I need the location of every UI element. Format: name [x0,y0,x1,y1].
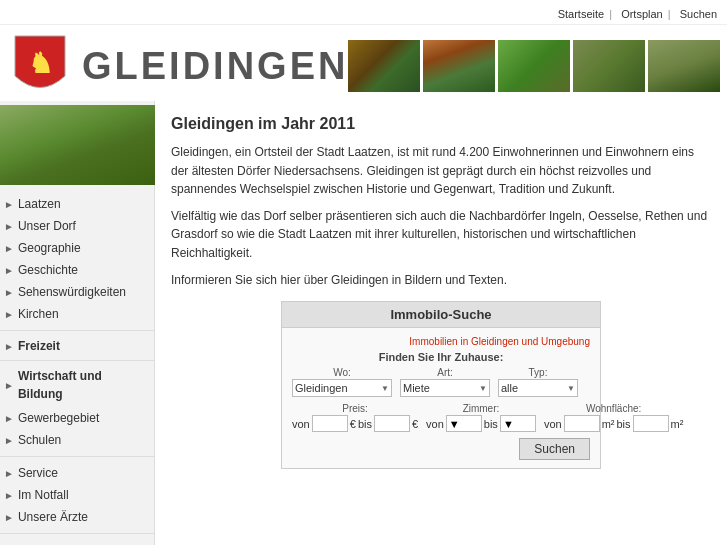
immobilo-wohnflaeche-von-input[interactable] [564,415,600,432]
sidebar-section-bildung: ► Gewerbegebiet ► Schulen [0,405,154,453]
bis-label-3: bis [616,418,630,430]
arrow-icon: ► [4,466,14,481]
immobilo-selects-row: Gleidingen ▼ Miete ▼ alle ▼ [292,379,590,397]
arrow-icon: ► [4,241,14,256]
sidebar-divider-2 [0,360,154,361]
page-title: Gleidingen im Jahr 2011 [171,115,711,133]
sidebar-divider-1 [0,330,154,331]
site-header: ♞ GLEIDINGEN [0,25,727,101]
nav-ortsplan[interactable]: Ortsplan [621,8,663,20]
immobilo-wohnflaeche-range: von m² bis m² [544,415,683,432]
main-content: Gleidingen im Jahr 2011 Gleidingen, ein … [155,101,727,545]
immobilo-typ-value: alle [501,382,565,394]
sidebar-item-kirchen[interactable]: ► Kirchen [0,303,154,325]
header-photo-5 [648,40,720,92]
sidebar-item-sehenswuerdigkeiten[interactable]: ► Sehenswürdigkeiten [0,281,154,303]
immobilo-search-box: Immobilo-Suche Immobilien in Gleidingen … [281,301,601,469]
sidebar-label-geschichte: Geschichte [18,261,78,279]
immobilo-art-label: Art: [400,367,490,378]
immobilo-suchen-row: Suchen [292,438,590,460]
arrow-icon: ► [4,378,14,393]
header-photo-1 [348,40,420,92]
immobilo-preis-group: Preis: von € bis € [292,403,418,432]
immobilo-zimmer-label: Zimmer: [426,403,536,414]
arrow-icon: ► [4,411,14,426]
euro-unit-2: € [412,418,418,430]
arrow-icon: ► [4,339,14,354]
sidebar-item-service[interactable]: ► Service [0,462,154,484]
qm-unit-1: m² [602,418,615,430]
immobilo-range-row: Preis: von € bis € [292,403,590,432]
sidebar-item-laatzen[interactable]: ► Laatzen [0,193,154,215]
content-paragraph-1: Gleidingen, ein Ortsteil der Stadt Laatz… [171,143,711,199]
sidebar-label-kirchen: Kirchen [18,305,59,323]
zimmer-von-arrow: ▼ [449,418,460,430]
sidebar-divider-4 [0,533,154,534]
immobilo-preis-label: Preis: [292,403,418,414]
sidebar-label-im-notfall: Im Notfall [18,486,69,504]
bis-label-1: bis [358,418,372,430]
site-title: GLEIDINGEN [82,45,348,88]
content-paragraph-3: Informieren Sie sich hier über Gleidinge… [171,271,711,290]
immobilo-preis-range: von € bis € [292,415,418,432]
immobilo-wo-select[interactable]: Gleidingen ▼ [292,379,392,397]
sidebar-item-geographie[interactable]: ► Geographie [0,237,154,259]
sidebar-item-im-notfall[interactable]: ► Im Notfall [0,484,154,506]
sidebar-section-gaestebuch: ► Gästebuch [0,537,154,545]
bis-label-2: bis [484,418,498,430]
arrow-icon: ► [4,197,14,212]
qm-unit-2: m² [671,418,684,430]
immobilo-inner: Immobilien in Gleidingen und Umgebung Fi… [282,328,600,468]
sidebar-label-sehenswuerdigkeiten: Sehenswürdigkeiten [18,283,126,301]
sidebar-item-unsere-aerzte[interactable]: ► Unsere Ärzte [0,506,154,528]
nav-suchen[interactable]: Suchen [680,8,717,20]
immobilo-wohnflaeche-group: Wohnfläche: von m² bis m² [544,403,683,432]
sidebar-label-schulen: Schulen [18,431,61,449]
von-label-2: von [426,418,444,430]
sidebar-item-gaestebuch[interactable]: ► Gästebuch [0,539,154,545]
immobilo-finden-label: Finden Sie Ihr Zuhause: [292,351,590,363]
sidebar-section-main: ► Laatzen ► Unser Dorf ► Geographie ► Ge… [0,191,154,327]
sidebar-item-unser-dorf[interactable]: ► Unser Dorf [0,215,154,237]
sidebar-item-schulen[interactable]: ► Schulen [0,429,154,451]
sidebar-label-gaestebuch: Gästebuch [18,541,76,545]
sidebar-label-unser-dorf: Unser Dorf [18,217,76,235]
euro-unit-1: € [350,418,356,430]
logo-shield: ♞ [10,31,70,101]
immobilo-suchen-button[interactable]: Suchen [519,438,590,460]
immobilo-link[interactable]: Immobilien in Gleidingen und Umgebung [292,336,590,347]
sidebar-label-gewerbegebiet: Gewerbegebiet [18,409,99,427]
immobilo-wo-label: Wo: [292,367,392,378]
immobilo-zimmer-von-select[interactable]: ▼ [446,415,482,432]
sidebar-item-wirtschaft[interactable]: ► Wirtschaft und Bildung [0,364,154,405]
sidebar-section-service: ► Service ► Im Notfall ► Unsere Ärzte [0,460,154,530]
immobilo-art-value: Miete [403,382,477,394]
arrow-icon: ► [4,433,14,448]
immobilo-preis-von-input[interactable] [312,415,348,432]
nav-startseite[interactable]: Startseite [558,8,604,20]
svg-text:♞: ♞ [28,48,53,79]
sidebar-item-gewerbegebiet[interactable]: ► Gewerbegebiet [0,407,154,429]
immobilo-zimmer-group: Zimmer: von ▼ bis ▼ [426,403,536,432]
header-photo-3 [498,40,570,92]
immobilo-preis-bis-input[interactable] [374,415,410,432]
arrow-icon: ► [4,510,14,525]
sidebar-label-laatzen: Laatzen [18,195,61,213]
dropdown-arrow-icon: ▼ [381,384,389,393]
sidebar-item-freizeit[interactable]: ► Freizeit [0,334,154,357]
sidebar-divider-3 [0,456,154,457]
nav-separator-2: | [668,8,671,20]
arrow-icon: ► [4,285,14,300]
immobilo-art-select[interactable]: Miete ▼ [400,379,490,397]
top-navigation: Startseite | Ortsplan | Suchen [0,0,727,25]
header-photo-strip [348,40,720,92]
immobilo-wohnflaeche-bis-input[interactable] [633,415,669,432]
arrow-icon: ► [4,307,14,322]
immobilo-zimmer-bis-select[interactable]: ▼ [500,415,536,432]
immobilo-title: Immobilo-Suche [282,302,600,328]
sidebar-label-geographie: Geographie [18,239,81,257]
zimmer-bis-arrow: ▼ [503,418,514,430]
immobilo-typ-label: Typ: [498,367,578,378]
immobilo-typ-select[interactable]: alle ▼ [498,379,578,397]
sidebar-item-geschichte[interactable]: ► Geschichte [0,259,154,281]
